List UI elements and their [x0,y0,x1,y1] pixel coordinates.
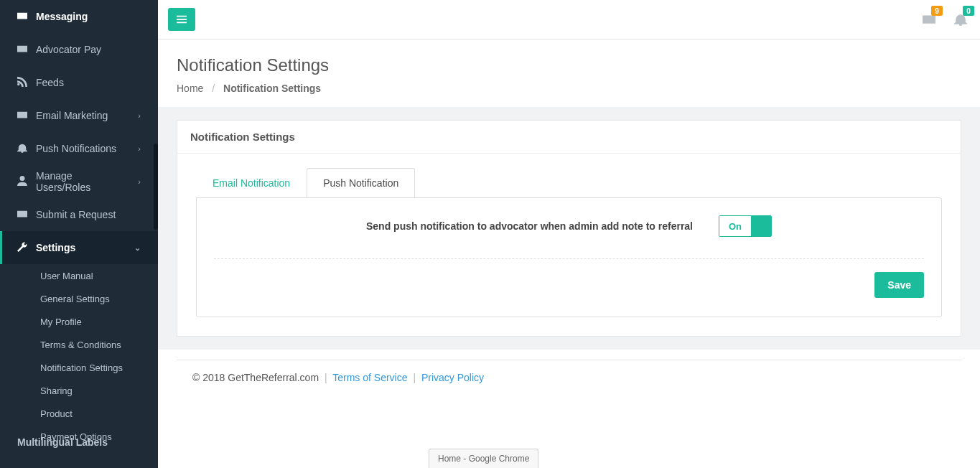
topbar: 9 0 [158,0,980,39]
chevron-right-icon: › [138,177,141,186]
sidebar-subitem-terms-conditions[interactable]: Terms & Conditions [40,333,158,356]
sidebar: Messaging Advocator Pay Feeds Email Mark… [0,0,158,468]
footer-separator: | [325,372,327,383]
tab-bar: Email Notification Push Notification [196,168,942,198]
sidebar-subitem-general-settings[interactable]: General Settings [40,287,158,310]
footer: © 2018 GetTheReferral.com | Terms of Ser… [177,360,961,395]
envelope-icon [17,209,27,221]
content-area: Notification Settings Email Notification… [158,107,980,350]
sidebar-subitem-user-manual[interactable]: User Manual [40,264,158,287]
sidebar-subitem-notification-settings[interactable]: Notification Settings [40,356,158,379]
chevron-down-icon: ⌄ [134,243,141,253]
envelope-icon [17,110,27,122]
breadcrumb-home[interactable]: Home [177,83,203,94]
chevron-right-icon: › [138,111,141,120]
active-indicator [0,231,2,264]
sidebar-item-label: Feeds [36,77,141,88]
sidebar-scrollbar[interactable] [154,144,158,230]
sidebar-item-push-notifications[interactable]: Push Notifications › [0,132,158,165]
sidebar-item-label: Email Marketing [36,110,129,121]
toggle-state-label: On [719,216,751,236]
option-row: Send push notification to advocator when… [214,215,924,237]
notifications-icon[interactable]: 0 [951,10,970,29]
rss-icon [17,77,27,89]
user-icon [17,176,27,188]
panel-header: Notification Settings [177,121,961,154]
tab-content: Send push notification to advocator when… [196,197,942,317]
sidebar-subitem-product[interactable]: Product [40,402,158,425]
sidebar-item-feeds[interactable]: Feeds [0,66,158,99]
page-header: Notification Settings Home / Notificatio… [158,39,980,107]
sidebar-submenu-settings: User Manual General Settings My Profile … [0,264,158,448]
sidebar-subitem-my-profile[interactable]: My Profile [40,310,158,333]
breadcrumb-separator: / [212,83,215,94]
os-taskbar-tab[interactable]: Home - Google Chrome [429,449,538,468]
option-label: Send push notification to advocator when… [366,220,693,232]
messages-icon[interactable]: 9 [920,10,938,29]
option-toggle[interactable]: On [719,215,772,237]
sidebar-item-manage-users[interactable]: Manage Users/Roles › [0,165,158,198]
sidebar-item-settings[interactable]: Settings ⌄ [0,231,158,264]
sidebar-item-label: Submit a Request [36,209,141,220]
sidebar-item-label: Advocator Pay [36,44,141,55]
toggle-knob [751,216,771,236]
sidebar-item-label: Manage Users/Roles [36,170,129,193]
tab-push-notification[interactable]: Push Notification [307,168,415,198]
notifications-badge: 0 [963,6,974,16]
sidebar-subitem-sharing[interactable]: Sharing [40,379,158,402]
divider [214,258,924,259]
footer-privacy-link[interactable]: Privacy Policy [421,372,484,383]
sidebar-item-multilingual-labels[interactable]: Multilingual Labels [0,431,158,453]
footer-copyright: © 2018 GetTheReferral.com [192,372,319,383]
tab-email-notification[interactable]: Email Notification [196,168,307,198]
sidebar-item-advocator-pay[interactable]: Advocator Pay [0,33,158,66]
sidebar-item-email-marketing[interactable]: Email Marketing › [0,99,158,132]
messages-badge: 9 [931,6,943,16]
breadcrumb: Home / Notification Settings [177,83,961,94]
envelope-icon [17,11,27,23]
save-button[interactable]: Save [874,272,924,298]
footer-separator: | [413,372,416,383]
wrench-icon [17,242,27,254]
page-title: Notification Settings [177,55,961,75]
settings-panel: Notification Settings Email Notification… [177,120,961,337]
sidebar-toggle-button[interactable] [168,8,195,31]
bell-icon [17,143,27,155]
sidebar-item-label: Settings [36,242,126,253]
sidebar-item-submit-request[interactable]: Submit a Request [0,198,158,231]
chevron-right-icon: › [138,144,141,153]
breadcrumb-current: Notification Settings [223,83,321,94]
footer-terms-link[interactable]: Terms of Service [332,372,407,383]
sidebar-item-messaging[interactable]: Messaging [0,0,158,33]
main-content: 9 0 Notification Settings Home / Notific… [158,0,980,468]
envelope-icon [17,44,27,56]
sidebar-item-label: Messaging [36,11,141,22]
sidebar-item-label: Push Notifications [36,143,129,154]
